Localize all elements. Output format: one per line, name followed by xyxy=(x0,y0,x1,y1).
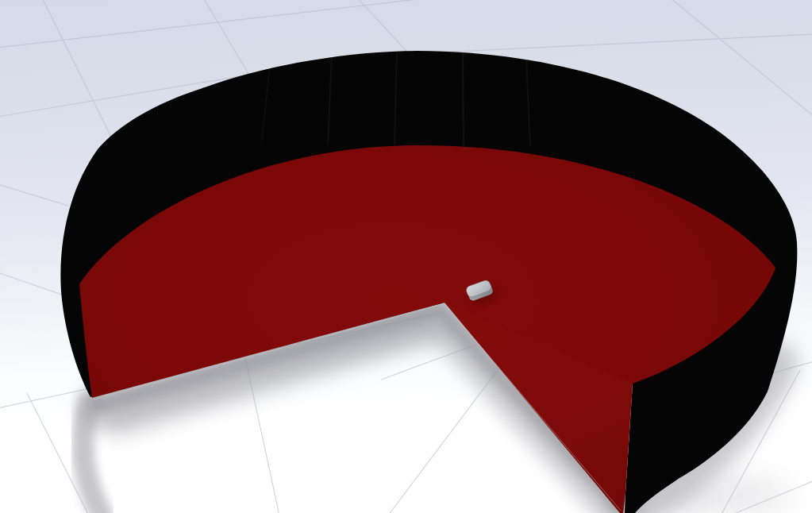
scene-canvas[interactable] xyxy=(0,0,812,513)
grid-line xyxy=(357,0,413,58)
grid-line xyxy=(670,0,812,117)
grid-line xyxy=(0,272,62,295)
grid-line xyxy=(406,34,812,54)
viewport-3d[interactable] xyxy=(0,0,812,513)
grid-line xyxy=(0,184,68,206)
